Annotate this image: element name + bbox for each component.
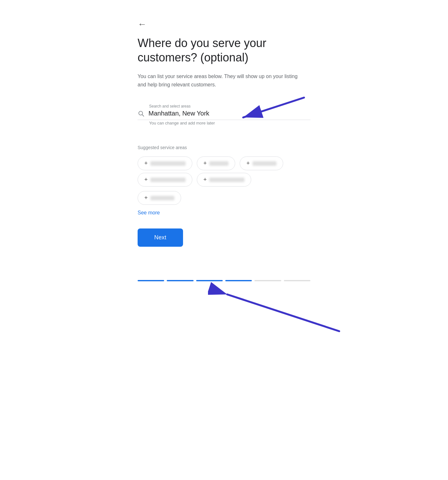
- chip-text: [209, 161, 228, 166]
- chip-plus-icon: +: [204, 176, 207, 183]
- chips-grid-row2: + +: [138, 173, 310, 187]
- chip-plus-icon: +: [144, 195, 148, 201]
- search-hint: You can change and add more later: [149, 121, 215, 125]
- chips-grid: + + +: [138, 156, 310, 170]
- chip-2[interactable]: +: [197, 156, 236, 170]
- search-section: Search and select areas You can change a…: [138, 104, 310, 126]
- progress-seg-6: [284, 280, 310, 281]
- chip-plus-icon: +: [144, 160, 148, 167]
- chip-6[interactable]: +: [138, 191, 181, 205]
- next-button[interactable]: Next: [138, 228, 183, 247]
- chip-4[interactable]: +: [138, 173, 192, 187]
- suggested-label: Suggested service areas: [138, 145, 310, 150]
- progress-seg-5: [254, 280, 281, 281]
- chips-grid-row3: +: [138, 191, 310, 205]
- progress-bar: [138, 280, 310, 281]
- chip-text: [252, 161, 276, 166]
- back-button[interactable]: ←: [138, 19, 147, 29]
- svg-line-5: [227, 294, 339, 331]
- page-title: Where do you serve your customers? (opti…: [138, 36, 310, 65]
- progress-seg-1: [138, 280, 164, 281]
- chip-1[interactable]: +: [138, 156, 192, 170]
- chip-plus-icon: +: [144, 176, 148, 183]
- chip-text: [150, 178, 186, 182]
- suggested-section: Suggested service areas + + + +: [138, 145, 310, 216]
- search-icon: [138, 110, 145, 117]
- arrow-to-chip: [208, 278, 342, 336]
- progress-seg-4: [225, 280, 252, 281]
- search-label: Search and select areas: [149, 104, 310, 108]
- search-input-row: [138, 110, 310, 120]
- chip-text: [150, 196, 174, 200]
- progress-seg-2: [167, 280, 193, 281]
- svg-line-1: [142, 115, 144, 116]
- page-subtitle: You can list your service areas below. T…: [138, 72, 304, 89]
- see-more-button[interactable]: See more: [138, 210, 160, 216]
- progress-seg-3: [196, 280, 223, 281]
- chip-text: [150, 161, 186, 166]
- chip-3[interactable]: +: [240, 156, 283, 170]
- search-input[interactable]: [148, 110, 310, 117]
- chip-plus-icon: +: [246, 160, 250, 167]
- back-arrow-icon: ←: [138, 19, 147, 29]
- chip-plus-icon: +: [204, 160, 207, 167]
- chip-5[interactable]: +: [197, 173, 252, 187]
- chip-text: [209, 178, 244, 182]
